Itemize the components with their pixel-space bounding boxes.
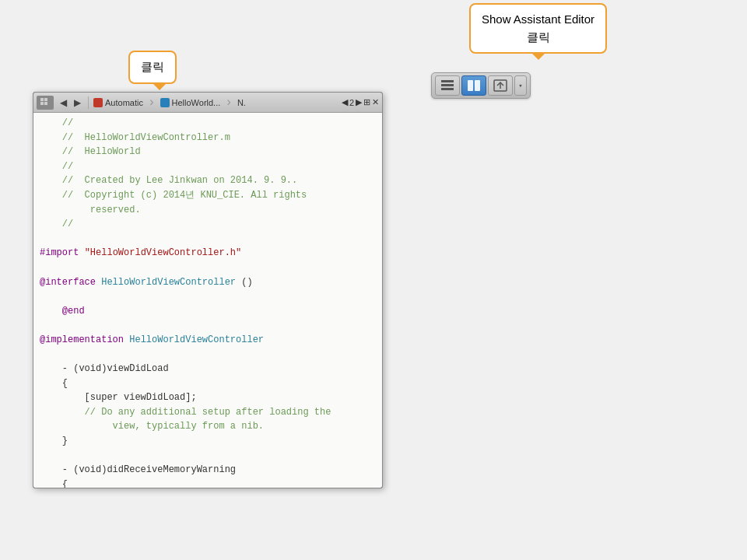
svg-rect-2	[441, 88, 454, 90]
forward-button[interactable]: ▶	[71, 96, 83, 109]
code-line: - (void)viewDidLoad	[33, 362, 382, 376]
code-line: view, typically from a nib.	[33, 419, 382, 434]
svg-rect-8	[40, 102, 44, 105]
code-line	[33, 348, 382, 362]
code-line: // Do any additional setup after loading…	[33, 405, 382, 420]
breadcrumb-file: HelloWorld...	[160, 98, 221, 107]
right-tooltip-title: Show Assistant Editor	[482, 12, 594, 26]
code-line: // Created by Lee Jinkwan on 2014. 9. 9.…	[33, 173, 382, 188]
editor-toolbar: ◀ ▶ Automatic › HelloWorld... › N. ◀ 2 ▶…	[33, 93, 382, 113]
line-nav: ◀ 2 ▶ ⊞ ✕	[342, 97, 379, 107]
svg-rect-0	[441, 80, 454, 82]
version-editor-button[interactable]	[488, 75, 513, 96]
left-tooltip: 클릭	[128, 51, 177, 84]
close-btn[interactable]: ✕	[372, 97, 379, 107]
code-line: - (void)didReceiveMemoryWarning	[33, 463, 382, 478]
back-button[interactable]: ◀	[57, 96, 69, 109]
breadcrumb-automatic: Automatic	[93, 98, 143, 107]
code-line: {	[33, 376, 382, 391]
svg-rect-3	[468, 80, 473, 91]
code-line	[33, 261, 382, 275]
assistant-editor-button[interactable]	[461, 75, 486, 96]
left-tooltip-text: 클릭	[141, 60, 164, 73]
code-line: #import "HelloWorldViewController.h"	[33, 246, 382, 261]
editor-mode-buttons: ▾	[431, 72, 531, 99]
code-line: //	[33, 217, 382, 232]
code-line: }	[33, 434, 382, 449]
code-line: @implementation HelloWorldViewController	[33, 333, 382, 348]
grid-button[interactable]	[37, 96, 54, 110]
standard-editor-button[interactable]	[435, 75, 460, 96]
right-tooltip: Show Assistant Editor 클릭	[469, 3, 607, 54]
line-nav-fwd[interactable]: ▶	[356, 97, 362, 107]
svg-rect-6	[40, 98, 44, 101]
svg-rect-9	[44, 102, 47, 105]
nav-buttons: ◀ ▶	[57, 96, 83, 109]
code-line: // HelloWorldViewController.m	[33, 131, 382, 145]
code-line: // HelloWorld	[33, 145, 382, 159]
editor-mode-dropdown[interactable]: ▾	[514, 75, 527, 96]
automatic-icon	[93, 98, 103, 107]
svg-rect-1	[441, 84, 454, 86]
code-line	[33, 449, 382, 464]
svg-rect-7	[44, 98, 47, 101]
code-area: // // HelloWorldViewController.m // Hell…	[33, 113, 382, 488]
breadcrumb-extra: N.	[237, 98, 246, 107]
right-tooltip-subtitle: 클릭	[527, 30, 550, 44]
code-line: @end	[33, 304, 382, 319]
code-line: reserved.	[33, 203, 382, 218]
breadcrumb-sep-1: ›	[148, 96, 156, 110]
add-btn[interactable]: ⊞	[363, 97, 370, 107]
code-line: //	[33, 159, 382, 174]
editor-window: ◀ ▶ Automatic › HelloWorld... › N. ◀ 2 ▶…	[33, 92, 383, 488]
code-line: @interface HelloWorldViewController ()	[33, 275, 382, 290]
code-line	[33, 232, 382, 247]
code-line: // Copyright (c) 2014년 KNU_CIE. All righ…	[33, 188, 382, 203]
svg-rect-4	[475, 80, 480, 91]
code-line: //	[33, 116, 382, 131]
line-nav-back[interactable]: ◀	[342, 97, 348, 107]
code-line	[33, 289, 382, 304]
code-line	[33, 318, 382, 333]
code-line: {	[33, 478, 382, 488]
breadcrumb-sep-2: ›	[225, 96, 233, 110]
file-icon	[160, 98, 170, 107]
separator-1	[88, 96, 89, 109]
code-line: [super viewDidLoad];	[33, 390, 382, 405]
